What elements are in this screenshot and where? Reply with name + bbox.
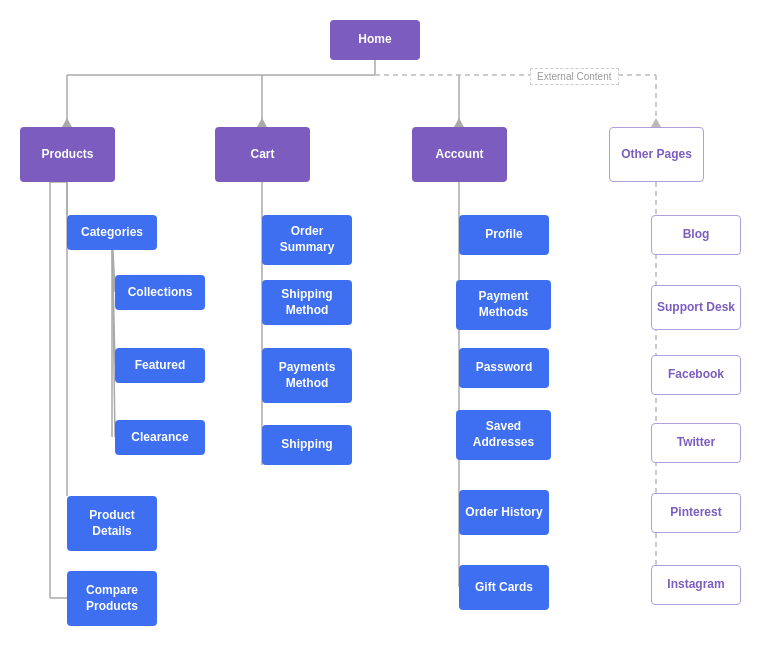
node-password: Password bbox=[459, 348, 549, 388]
node-collections: Collections bbox=[115, 275, 205, 310]
node-instagram: Instagram bbox=[651, 565, 741, 605]
node-account: Account bbox=[412, 127, 507, 182]
svg-marker-33 bbox=[454, 118, 464, 127]
node-other: Other Pages bbox=[609, 127, 704, 182]
node-pinterest: Pinterest bbox=[651, 493, 741, 533]
svg-line-10 bbox=[112, 232, 115, 437]
node-products: Products bbox=[20, 127, 115, 182]
sitemap-diagram: External Content HomeProductsCartAccount… bbox=[0, 0, 768, 651]
node-support_desk: Support Desk bbox=[651, 285, 741, 330]
node-product_details: Product Details bbox=[67, 496, 157, 551]
svg-marker-32 bbox=[257, 118, 267, 127]
node-shipping_method: Shipping Method bbox=[262, 280, 352, 325]
node-saved_addresses: Saved Addresses bbox=[456, 410, 551, 460]
node-facebook: Facebook bbox=[651, 355, 741, 395]
node-featured: Featured bbox=[115, 348, 205, 383]
node-home: Home bbox=[330, 20, 420, 60]
node-cart: Cart bbox=[215, 127, 310, 182]
node-order_history: Order History bbox=[459, 490, 549, 535]
node-payment_methods: Payment Methods bbox=[456, 280, 551, 330]
node-payments_method: Payments Method bbox=[262, 348, 352, 403]
node-blog: Blog bbox=[651, 215, 741, 255]
node-order_summary: Order Summary bbox=[262, 215, 352, 265]
external-content-label: External Content bbox=[530, 68, 619, 85]
node-compare_products: Compare Products bbox=[67, 571, 157, 626]
node-clearance: Clearance bbox=[115, 420, 205, 455]
node-twitter: Twitter bbox=[651, 423, 741, 463]
node-shipping: Shipping bbox=[262, 425, 352, 465]
node-profile: Profile bbox=[459, 215, 549, 255]
node-categories: Categories bbox=[67, 215, 157, 250]
svg-marker-31 bbox=[62, 118, 72, 127]
node-gift_cards: Gift Cards bbox=[459, 565, 549, 610]
svg-marker-34 bbox=[651, 118, 661, 127]
